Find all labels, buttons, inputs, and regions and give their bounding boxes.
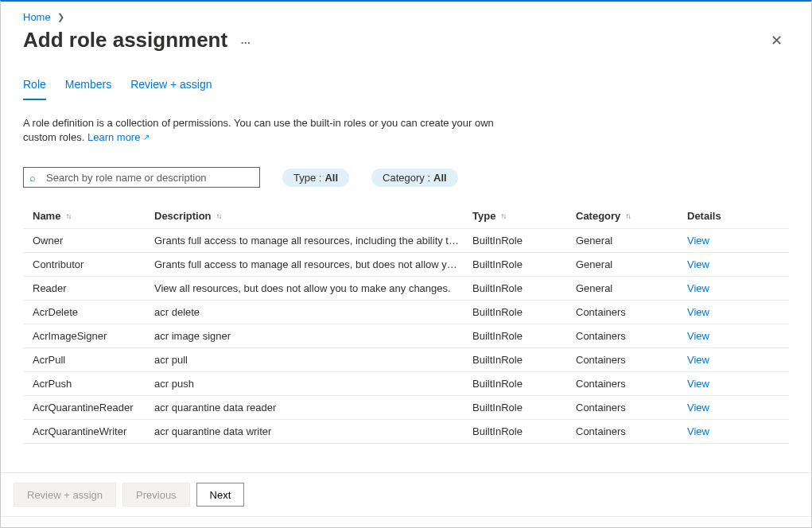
previous-button: Previous: [122, 483, 190, 507]
filter-type-value: All: [324, 172, 338, 184]
cell-category: Containers: [576, 330, 687, 342]
column-header-name-label: Name: [33, 210, 60, 222]
cell-type: BuiltInRole: [472, 330, 576, 342]
cell-type: BuiltInRole: [472, 235, 576, 247]
tabs: Role Members Review + assign: [23, 78, 789, 100]
cell-category: Containers: [576, 306, 687, 318]
cell-name: AcrImageSigner: [23, 330, 154, 342]
cell-name: Owner: [23, 235, 154, 247]
view-details-link[interactable]: View: [687, 402, 709, 413]
next-button[interactable]: Next: [196, 483, 245, 507]
column-header-description[interactable]: Description ↑↓: [154, 210, 472, 222]
table-row[interactable]: AcrQuarantineReaderacr quarantine data r…: [23, 396, 789, 420]
cell-description: acr image signer: [154, 330, 472, 342]
table-row[interactable]: ContributorGrants full access to manage …: [23, 253, 789, 277]
horizontal-scrollbar[interactable]: [1, 516, 811, 527]
page-description: A role definition is a collection of per…: [23, 116, 524, 145]
column-header-name[interactable]: Name ↑↓: [23, 210, 154, 222]
view-details-link[interactable]: View: [687, 425, 709, 437]
chevron-right-icon: ❯: [57, 12, 64, 22]
filter-category[interactable]: Category : All: [371, 169, 458, 187]
table-header-row: Name ↑↓ Description ↑↓ Type ↑↓ Category …: [23, 204, 789, 229]
view-details-link[interactable]: View: [687, 282, 709, 294]
table-row[interactable]: AcrImageSigneracr image signerBuiltInRol…: [23, 324, 789, 348]
cell-description: Grants full access to manage all resourc…: [154, 258, 472, 270]
close-button[interactable]: ✕: [764, 30, 789, 51]
tab-role[interactable]: Role: [23, 78, 46, 100]
search-input[interactable]: [23, 167, 260, 188]
cell-type: BuiltInRole: [472, 258, 576, 270]
roles-table: Name ↑↓ Description ↑↓ Type ↑↓ Category …: [23, 204, 789, 444]
cell-category: General: [576, 282, 687, 294]
cell-description: acr push: [154, 378, 472, 390]
column-header-category-label: Category: [576, 210, 620, 222]
cell-description: View all resources, but does not allow y…: [154, 282, 472, 294]
footer: Review + assign Previous Next: [1, 472, 811, 516]
review-assign-button: Review + assign: [14, 483, 116, 507]
cell-name: Contributor: [23, 258, 154, 270]
close-icon: ✕: [771, 33, 783, 49]
cell-description: acr pull: [154, 354, 472, 366]
column-header-type-label: Type: [472, 210, 495, 222]
column-header-details: Details: [687, 210, 789, 222]
cell-type: BuiltInRole: [472, 354, 576, 366]
filter-type-label: Type :: [293, 172, 321, 184]
cell-name: Reader: [23, 282, 154, 294]
cell-description: acr delete: [154, 306, 472, 318]
cell-name: AcrDelete: [23, 306, 154, 318]
breadcrumb: Home ❯: [23, 11, 789, 23]
external-link-icon: ↗: [143, 133, 150, 142]
cell-type: BuiltInRole: [472, 425, 576, 437]
column-header-details-label: Details: [687, 210, 721, 222]
cell-description: acr quarantine data writer: [154, 425, 472, 437]
table-row[interactable]: AcrPullacr pullBuiltInRoleContainersView: [23, 348, 789, 372]
sort-icon: ↑↓: [625, 212, 630, 220]
tab-review-assign[interactable]: Review + assign: [130, 78, 212, 100]
cell-category: General: [576, 235, 687, 247]
sort-icon: ↑↓: [500, 212, 505, 220]
column-header-category[interactable]: Category ↑↓: [576, 210, 687, 222]
table-row[interactable]: ReaderView all resources, but does not a…: [23, 277, 789, 301]
cell-category: General: [576, 258, 687, 270]
tab-members[interactable]: Members: [65, 78, 111, 100]
cell-type: BuiltInRole: [472, 306, 576, 318]
table-row[interactable]: AcrDeleteacr deleteBuiltInRoleContainers…: [23, 301, 789, 324]
cell-description: acr quarantine data reader: [154, 402, 472, 413]
cell-name: AcrQuarantineReader: [23, 402, 154, 413]
table-row[interactable]: OwnerGrants full access to manage all re…: [23, 229, 789, 253]
view-details-link[interactable]: View: [687, 306, 709, 318]
sort-icon: ↑↓: [216, 212, 221, 220]
view-details-link[interactable]: View: [687, 354, 709, 366]
cell-category: Containers: [576, 425, 687, 437]
view-details-link[interactable]: View: [687, 235, 709, 247]
cell-category: Containers: [576, 378, 687, 390]
table-row[interactable]: AcrQuarantineWriteracr quarantine data w…: [23, 420, 789, 444]
sort-icon: ↑↓: [65, 212, 70, 220]
cell-name: AcrPull: [23, 354, 154, 366]
cell-type: BuiltInRole: [472, 378, 576, 390]
filter-category-value: All: [433, 172, 447, 184]
search-box: ⌕: [23, 167, 260, 188]
column-header-description-label: Description: [154, 210, 212, 222]
filter-category-label: Category :: [383, 172, 430, 184]
table-row[interactable]: AcrPushacr pushBuiltInRoleContainersView: [23, 372, 789, 396]
breadcrumb-home[interactable]: Home: [23, 11, 51, 23]
cell-type: BuiltInRole: [472, 282, 576, 294]
view-details-link[interactable]: View: [687, 258, 709, 270]
more-actions-icon[interactable]: …: [240, 34, 251, 46]
learn-more-label: Learn more: [87, 131, 140, 143]
view-details-link[interactable]: View: [687, 330, 709, 342]
filter-type[interactable]: Type : All: [282, 169, 349, 187]
view-details-link[interactable]: View: [687, 378, 709, 390]
cell-name: AcrPush: [23, 378, 154, 390]
cell-category: Containers: [576, 354, 687, 366]
cell-category: Containers: [576, 402, 687, 413]
column-header-type[interactable]: Type ↑↓: [472, 210, 576, 222]
cell-description: Grants full access to manage all resourc…: [154, 235, 472, 247]
cell-name: AcrQuarantineWriter: [23, 425, 154, 437]
cell-type: BuiltInRole: [472, 402, 576, 413]
page-title: Add role assignment: [23, 28, 227, 52]
learn-more-link[interactable]: Learn more ↗: [87, 131, 150, 143]
